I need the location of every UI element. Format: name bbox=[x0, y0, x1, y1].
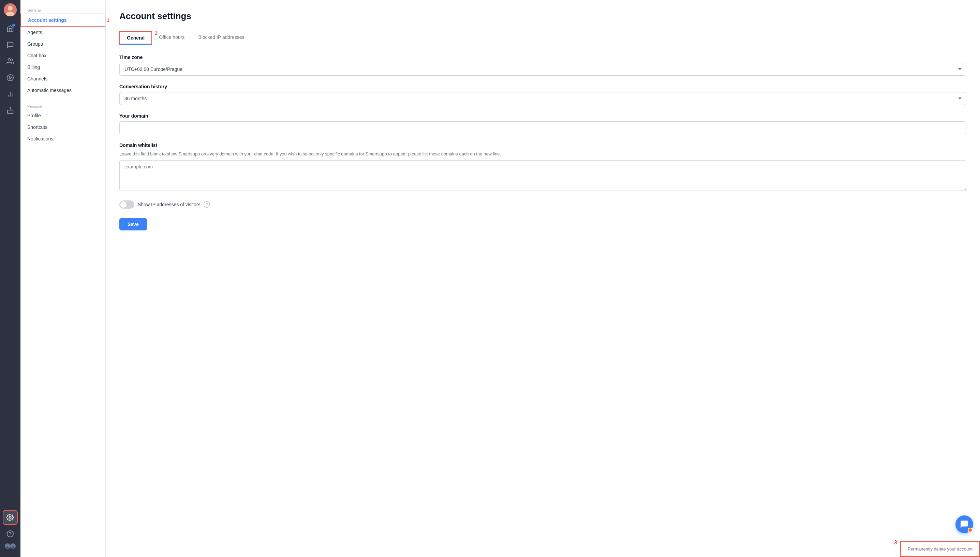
sidebar-item-account-settings[interactable]: Account settings 1 bbox=[20, 14, 105, 27]
svg-rect-9 bbox=[8, 110, 13, 114]
sidebar-item-chat[interactable] bbox=[3, 37, 18, 52]
sidebar-item-notifications[interactable]: Notifications bbox=[20, 133, 105, 145]
shortcuts-label: Shortcuts bbox=[27, 124, 47, 130]
tab-blocked-ip[interactable]: Blocked IP addresses bbox=[191, 31, 251, 45]
sidebar-item-chat-box[interactable]: Chat box bbox=[20, 50, 105, 61]
tabs: General 2 Office hours Blocked IP addres… bbox=[119, 31, 966, 45]
svg-point-17 bbox=[12, 546, 14, 549]
svg-point-4 bbox=[7, 75, 13, 81]
billing-label: Billing bbox=[27, 64, 40, 70]
profile-label: Profile bbox=[27, 113, 41, 118]
delete-account-button[interactable]: 3 Permanently delete your account bbox=[900, 541, 980, 557]
domain-whitelist-description: Leave this field blank to show Smartsupp… bbox=[119, 151, 966, 158]
your-domain-label: Your domain bbox=[119, 113, 966, 119]
timezone-group: Time zone UTC+02:00 Europe/Prague bbox=[119, 55, 966, 76]
domain-whitelist-textarea[interactable] bbox=[119, 160, 966, 191]
sidebar-item-bot[interactable] bbox=[3, 103, 18, 118]
main-content: Account settings General 2 Office hours … bbox=[106, 0, 980, 557]
page-title: Account settings bbox=[119, 11, 966, 21]
timezone-select[interactable]: UTC+02:00 Europe/Prague bbox=[119, 63, 966, 76]
smartsupp-logo-area bbox=[4, 543, 16, 551]
conversation-history-select-wrapper: 36 months bbox=[119, 92, 966, 105]
svg-point-16 bbox=[7, 546, 8, 549]
delete-account-label: Permanently delete your account bbox=[908, 546, 972, 552]
sidebar-item-visitors[interactable] bbox=[3, 54, 18, 69]
svg-marker-5 bbox=[10, 77, 11, 79]
svg-point-3 bbox=[8, 59, 11, 61]
svg-point-11 bbox=[9, 516, 11, 518]
conversation-history-group: Conversation history 36 months bbox=[119, 84, 966, 105]
show-ip-toggle[interactable] bbox=[119, 200, 134, 208]
annotation-3: 3 bbox=[894, 540, 897, 546]
timezone-select-wrapper: UTC+02:00 Europe/Prague bbox=[119, 63, 966, 76]
chat-widget-button[interactable] bbox=[956, 515, 973, 533]
groups-label: Groups bbox=[27, 41, 43, 47]
general-section-label: General bbox=[20, 5, 105, 14]
svg-point-1 bbox=[8, 6, 13, 11]
sidebar-item-automatic-messages[interactable]: Automatic messages bbox=[20, 85, 105, 96]
conversation-history-select[interactable]: 36 months bbox=[119, 92, 966, 105]
annotation-1: 1 bbox=[107, 17, 109, 23]
channels-label: Channels bbox=[27, 76, 47, 81]
notifications-label: Notifications bbox=[27, 136, 53, 142]
sidebar-item-billing[interactable]: Billing bbox=[20, 61, 105, 73]
sidebar-item-groups[interactable]: Groups bbox=[20, 38, 105, 50]
chat-widget-dot bbox=[968, 528, 972, 533]
tab-general[interactable]: General 2 bbox=[119, 31, 152, 45]
sidebar-item-agents[interactable]: Agents bbox=[20, 27, 105, 38]
tab-office-hours[interactable]: Office hours bbox=[152, 31, 191, 45]
your-domain-input[interactable] bbox=[119, 121, 966, 134]
timezone-label: Time zone bbox=[119, 55, 966, 60]
agents-label: Agents bbox=[27, 30, 42, 35]
show-ip-label: Show IP addresses of visitors bbox=[138, 202, 200, 207]
avatar[interactable] bbox=[4, 3, 17, 16]
show-ip-row: Show IP addresses of visitors ? bbox=[119, 200, 966, 208]
sidebar-item-profile[interactable]: Profile bbox=[20, 110, 105, 121]
save-button[interactable]: Save bbox=[119, 218, 147, 230]
your-domain-group: Your domain bbox=[119, 113, 966, 134]
sidebar-item-settings[interactable] bbox=[3, 510, 18, 525]
home-dot bbox=[12, 24, 15, 27]
account-settings-label: Account settings bbox=[28, 17, 67, 23]
icon-bar bbox=[0, 0, 20, 557]
personal-section-label: Personal bbox=[20, 102, 105, 110]
sidebar-item-automations[interactable] bbox=[3, 70, 18, 85]
svg-point-10 bbox=[10, 107, 11, 108]
sidebar-item-reports[interactable] bbox=[3, 86, 18, 102]
help-icon[interactable]: ? bbox=[204, 202, 210, 208]
sidebar-item-home[interactable] bbox=[3, 21, 18, 36]
sidebar: General Account settings 1 Agents Groups… bbox=[20, 0, 106, 557]
automatic-messages-label: Automatic messages bbox=[27, 88, 72, 93]
chat-box-label: Chat box bbox=[27, 53, 46, 58]
conversation-history-label: Conversation history bbox=[119, 84, 966, 89]
domain-whitelist-group: Domain whitelist Leave this field blank … bbox=[119, 142, 966, 192]
sidebar-item-shortcuts[interactable]: Shortcuts bbox=[20, 121, 105, 133]
domain-whitelist-label: Domain whitelist bbox=[119, 142, 966, 148]
sidebar-item-channels[interactable]: Channels bbox=[20, 73, 105, 85]
sidebar-item-help[interactable] bbox=[3, 526, 18, 541]
